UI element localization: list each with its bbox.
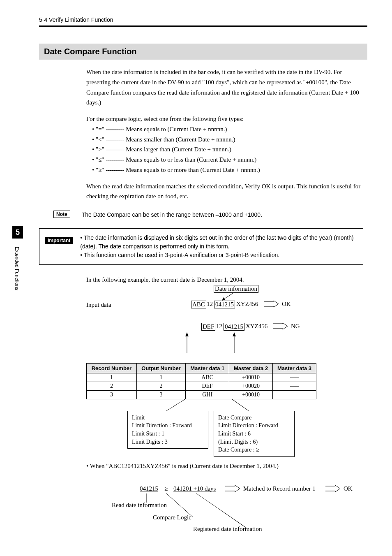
dc-l4: (Limit Digits : 6): [218, 438, 290, 446]
dc-l3: Limit Start : 6: [218, 430, 290, 438]
header-rule: [39, 25, 367, 27]
cell: GHI: [186, 390, 229, 399]
dc-l1: Date Compare: [218, 414, 290, 422]
col-master2: Master data 2: [229, 363, 273, 373]
limit-l3: Limit Start : 1: [132, 430, 204, 438]
important-item: The date information is displayed in six…: [80, 234, 357, 251]
input1-p3: XYZ456: [236, 301, 258, 308]
read-date-value: 041215: [140, 485, 158, 492]
cell: 3: [87, 390, 137, 399]
table-row: 1 1 ABC +00010 —–: [87, 373, 316, 382]
connector-line: [193, 493, 251, 530]
input1-p1: ABC: [191, 301, 206, 308]
date-info-label: Date information: [214, 285, 258, 293]
svg-line-7: [232, 399, 249, 411]
example-diagram: Date information Input data ABC 12 04121…: [86, 285, 367, 363]
logic-item: "=" --------- Means equals to (Current D…: [92, 124, 363, 134]
ok-text: OK: [344, 485, 353, 492]
dc-l5: Date Compare : ≥: [218, 446, 290, 454]
cell: 3: [136, 390, 185, 399]
svg-line-6: [166, 399, 185, 411]
date-compare-settings-box: Date Compare Limit Direction : Forward L…: [214, 411, 295, 457]
limit-l2: Limit Direction : Forward: [132, 422, 204, 430]
arrow-icon: [263, 300, 279, 310]
input2-p1: DEF: [201, 323, 215, 331]
when-read-text: When "ABC12041215XYZ456" is read (Curren…: [90, 463, 279, 469]
cell: DEF: [186, 382, 229, 390]
chapter-tab: 5: [12, 226, 23, 239]
limit-l1: Limit: [132, 414, 204, 422]
input2-result: NG: [291, 323, 300, 330]
logic-item: ">" --------- Means larger than (Current…: [92, 144, 363, 155]
compare-operator: ≥: [164, 485, 168, 492]
compare-logic-label: Compare Logic: [153, 514, 191, 521]
note-block: Note The Date Compare can be set in the …: [53, 211, 367, 219]
intro-paragraph-2: For the compare logic, select one from t…: [86, 114, 363, 124]
cell: +00020: [229, 382, 273, 390]
input-data-label: Input data: [86, 301, 111, 308]
note-badge: Note: [53, 211, 70, 218]
logic-item: "<" --------- Means smaller than (Curren…: [92, 134, 363, 145]
read-date-label: Read date information: [112, 502, 167, 509]
table-row: 2 2 DEF +00020 —–: [87, 382, 316, 390]
important-list: The date information is displayed in six…: [80, 234, 357, 259]
connector-line: [164, 399, 197, 412]
cell: ABC: [186, 373, 229, 382]
arrow-icon: [224, 484, 241, 494]
cell: +00010: [229, 373, 273, 382]
col-master1: Master data 1: [186, 363, 229, 373]
input2-date: 041215: [224, 323, 244, 331]
cell: 2: [87, 382, 137, 390]
registered-date-value: 041201 +10 days: [173, 485, 216, 492]
limit-l4: Limit Digits : 3: [132, 438, 204, 446]
settings-diagram: Limit Limit Direction : Forward Limit St…: [86, 399, 367, 457]
important-item: This function cannot be used in 3-point-…: [80, 251, 357, 259]
arrow-down-icon: [222, 332, 247, 357]
col-record-number: Record Number: [87, 363, 137, 373]
cell: +00010: [229, 390, 273, 399]
logic-list: "=" --------- Means equals to (Current D…: [86, 124, 363, 175]
limit-settings-box: Limit Limit Direction : Forward Limit St…: [127, 411, 208, 449]
svg-marker-1: [222, 297, 225, 301]
intro-paragraph-3: When the read date information matches t…: [86, 181, 363, 202]
svg-line-10: [196, 493, 247, 528]
col-output-number: Output Number: [136, 363, 185, 373]
arrow-down-icon: [175, 332, 199, 357]
cell: —–: [273, 373, 316, 382]
logic-item: "≤" --------- Means equals to or less th…: [92, 155, 363, 165]
master-data-table: Record Number Output Number Master data …: [86, 363, 316, 399]
matched-text: Matched to Record number 1: [243, 485, 316, 492]
important-block: Important The date information is displa…: [39, 228, 363, 265]
input1-p2: 12: [207, 301, 213, 308]
comparison-explain-diagram: 041215 ≥ 041201 +10 days Matched to Reco…: [86, 480, 367, 545]
table-row: 3 3 GHI +00010 —–: [87, 390, 316, 399]
running-header: 5-4 Verify Limitation Function: [39, 16, 367, 23]
cell: 1: [136, 373, 185, 382]
arrow-to-date-icon: [222, 292, 247, 301]
col-master3: Master data 3: [273, 363, 316, 373]
connector-line: [230, 399, 263, 412]
cell: 2: [136, 382, 185, 390]
cell: 1: [87, 373, 137, 382]
input1-result: OK: [282, 301, 291, 308]
dc-l2: Limit Direction : Forward: [218, 422, 290, 430]
important-badge: Important: [45, 237, 73, 244]
input2-p2: 12: [216, 323, 222, 330]
registered-date-label: Registered date information: [193, 526, 262, 533]
svg-line-0: [223, 292, 234, 300]
section-title: Date Compare Function: [39, 44, 367, 60]
input1-date: 041215: [214, 301, 235, 308]
chapter-side-label: Extended Functions: [14, 247, 20, 290]
cell: —–: [273, 382, 316, 390]
arrow-icon: [325, 484, 341, 494]
svg-marker-3: [185, 332, 189, 336]
input2-p3: XYZ456: [246, 323, 267, 330]
cell: —–: [273, 390, 316, 399]
arrow-icon: [272, 322, 288, 332]
bullet-icon: •: [86, 463, 90, 469]
note-text: The Date Compare can be set in the range…: [82, 211, 262, 219]
example-intro: In the following example, the current da…: [86, 275, 363, 285]
intro-paragraph-1: When the date information is included in…: [86, 67, 363, 108]
logic-item: "≥" --------- Means equals to or more th…: [92, 165, 363, 175]
svg-marker-5: [233, 332, 236, 336]
